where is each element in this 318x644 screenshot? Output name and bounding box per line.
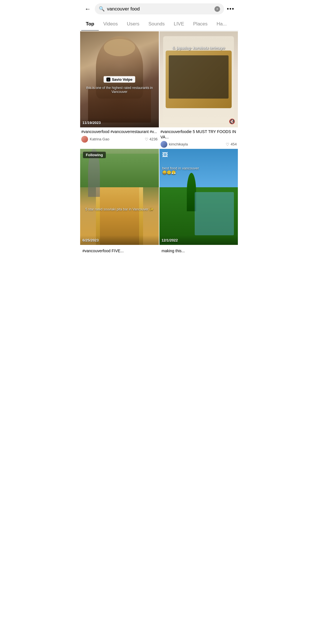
author-name: kimchikayla	[169, 142, 188, 146]
author-wrap: kimchikayla	[161, 141, 188, 148]
tiktok-icon: ♪	[106, 77, 110, 81]
tab-videos[interactable]: Videos	[99, 18, 122, 31]
card-4-info: making this...	[159, 245, 238, 255]
card-4-thumb[interactable]: 🖼 best food in vancouver😄🙂😤 12/1/2022	[159, 149, 238, 245]
clear-search-button[interactable]: ×	[214, 6, 220, 12]
card-date: 6/25/2023	[82, 238, 99, 242]
card-2-thumb[interactable]: 5. japadog- kurobuta terimayo 🔇	[159, 31, 238, 127]
card-overlay-text: this is one of the highest rated restaur…	[80, 86, 159, 94]
tab-live[interactable]: LIVE	[169, 18, 189, 31]
card-date-overlay: 6/25/2023	[80, 235, 159, 245]
card-3-info: #vancouverfood FIVE...	[80, 245, 159, 255]
list-item[interactable]: 🖼 best food in vancouver😄🙂😤 12/1/2022 ma…	[159, 149, 238, 255]
list-item[interactable]: 5. japadog- kurobuta terimayo 🔇 #vancouv…	[159, 31, 238, 148]
content-grid: ♪ Savio Volpe this is one of the highest…	[80, 31, 238, 256]
author-wrap: Katrina Gao	[81, 136, 109, 143]
likes: ♡ 454	[226, 142, 237, 147]
following-badge: Following	[83, 152, 106, 158]
like-count: 454	[231, 142, 237, 146]
heart-icon: ♡	[226, 142, 229, 147]
card-date-overlay: 12/1/2022	[159, 235, 238, 245]
avatar	[161, 141, 167, 148]
tab-users[interactable]: Users	[122, 18, 144, 31]
tabs-bar: Top Videos Users Sounds LIVE Places Ha..…	[80, 18, 238, 31]
search-icon: 🔍	[99, 6, 105, 12]
search-query: vancouver food	[107, 6, 212, 12]
card-3-thumb[interactable]: Following 5 star rated souvlaki pita bar…	[80, 149, 159, 245]
creator-label: ♪ Savio Volpe	[104, 76, 135, 83]
photo-icon: 🖼	[162, 152, 168, 158]
back-button[interactable]: ←	[84, 4, 92, 14]
list-item[interactable]: Following 5 star rated souvlaki pita bar…	[80, 149, 159, 255]
like-count: 4236	[150, 137, 158, 141]
card-3-title: #vancouverfood FIVE...	[81, 247, 158, 254]
card-1-title: #vancouverfood #vancouverrestaurant #v..…	[81, 129, 158, 134]
card-2-info: #vancouverfoodie 5 MUST TRY FOODS IN VA.…	[159, 127, 238, 148]
card-4-title: making this...	[161, 247, 237, 254]
card-1-info: #vancouverfood #vancouverrestaurant #v..…	[80, 127, 159, 143]
search-bar[interactable]: 🔍 vancouver food ×	[95, 3, 224, 14]
list-item[interactable]: ♪ Savio Volpe this is one of the highest…	[80, 31, 159, 148]
card-overlay-text-3: best food in vancouver😄🙂😤	[162, 166, 199, 175]
card-1-thumb[interactable]: ♪ Savio Volpe this is one of the highest…	[80, 31, 159, 127]
likes: ♡ 4236	[145, 137, 158, 142]
card-date: 12/1/2022	[162, 238, 178, 242]
header: ← 🔍 vancouver food × •••	[80, 0, 238, 18]
tab-sounds[interactable]: Sounds	[144, 18, 169, 31]
card-date-overlay: 11/19/2023	[80, 118, 159, 127]
author-name: Katrina Gao	[90, 137, 109, 141]
heart-icon: ♡	[145, 137, 148, 142]
volume-icon: 🔇	[229, 118, 235, 125]
tab-places[interactable]: Places	[189, 18, 212, 31]
card-date: 11/19/2023	[82, 121, 101, 125]
avatar	[81, 136, 88, 143]
tab-top[interactable]: Top	[81, 18, 99, 31]
more-button[interactable]: •••	[227, 6, 234, 12]
card-2-title: #vancouverfoodie 5 MUST TRY FOODS IN VA.…	[161, 129, 237, 139]
card-overlay-text-top: 5. japadog- kurobuta terimayo	[159, 46, 238, 50]
card-1-meta: Katrina Gao ♡ 4236	[81, 136, 158, 143]
tab-hashtags[interactable]: Ha...	[212, 18, 231, 31]
card-overlay-text: 5 star rated souvlaki pita bar in Vancou…	[80, 207, 159, 211]
card-2-meta: kimchikayla ♡ 454	[161, 141, 237, 148]
